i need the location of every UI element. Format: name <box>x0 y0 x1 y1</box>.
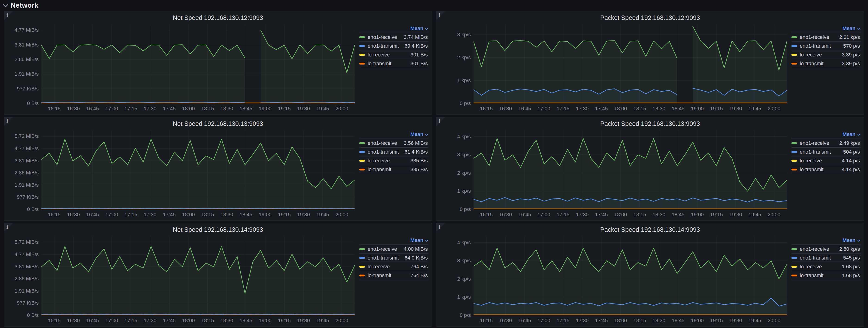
legend-row-eno1-receive: eno1-receive3.56 MiB/s <box>359 138 428 147</box>
series-swatch-orange <box>359 63 365 65</box>
x-tick-label: 18:15 <box>201 318 214 324</box>
panel-info-corner[interactable] <box>436 223 445 232</box>
legend-row-lo-transmit: lo-transmit301 B/s <box>359 59 428 68</box>
panel-title[interactable]: Packet Speed 192.168.130.14:9093 <box>600 226 700 233</box>
info-icon[interactable]: i <box>438 224 440 230</box>
x-tick-label: 17:45 <box>595 211 608 218</box>
series-label[interactable]: eno1-receive <box>800 140 829 146</box>
legend-mean-header[interactable]: Mean <box>359 24 428 33</box>
chart-plot-area[interactable] <box>41 236 355 315</box>
chart-plot-area[interactable] <box>473 24 787 103</box>
chevron-down-icon <box>857 133 860 136</box>
series-label[interactable]: lo-receive <box>800 158 822 164</box>
x-tick-label: 17:15 <box>557 211 569 218</box>
x-tick-label: 18:45 <box>240 211 252 218</box>
series-label[interactable]: eno1-transmit <box>800 255 831 261</box>
info-icon[interactable]: i <box>6 224 8 230</box>
x-tick-label: 19:00 <box>691 106 704 112</box>
series-label[interactable]: lo-receive <box>368 52 390 58</box>
series-label[interactable]: eno1-receive <box>368 140 397 146</box>
x-tick-label: 16:15 <box>480 318 493 324</box>
series-label[interactable]: lo-transmit <box>368 61 392 67</box>
series-label[interactable]: lo-transmit <box>800 167 824 172</box>
legend-mean-header[interactable]: Mean <box>792 24 860 33</box>
series-label[interactable]: eno1-receive <box>800 246 829 252</box>
series-label[interactable]: eno1-receive <box>368 246 397 252</box>
series-label[interactable]: lo-receive <box>368 264 390 270</box>
series-label[interactable]: lo-transmit <box>368 167 392 172</box>
series-mean-value: 3.56 MiB/s <box>404 140 428 146</box>
legend-row-lo-transmit: lo-transmit764 B/s <box>359 271 428 280</box>
series-label[interactable]: lo-transmit <box>800 272 824 278</box>
info-icon[interactable]: i <box>6 12 8 18</box>
series-mean-value: 2.80 kp/s <box>839 246 860 252</box>
series-label[interactable]: eno1-receive <box>368 34 397 40</box>
series-swatch-yellow <box>359 160 365 162</box>
series-label[interactable]: eno1-transmit <box>368 149 399 155</box>
x-tick-label: 19:15 <box>278 318 291 324</box>
series-label[interactable]: lo-receive <box>800 52 822 58</box>
x-tick-label: 18:45 <box>240 318 252 324</box>
panel-title[interactable]: Net Speed 192.168.130.12:9093 <box>173 14 263 22</box>
series-mean-value: 1.68 p/s <box>842 272 860 278</box>
info-icon[interactable]: i <box>438 118 440 124</box>
panel-info-corner[interactable] <box>436 117 445 126</box>
legend-mean-header[interactable]: Mean <box>792 130 860 138</box>
series-label[interactable]: lo-transmit <box>368 272 392 278</box>
panel-info-corner[interactable] <box>436 11 445 20</box>
x-tick-label: 18:15 <box>201 211 214 218</box>
panel-title[interactable]: Net Speed 192.168.130.14:9093 <box>173 226 263 233</box>
legend-row-lo-transmit: lo-transmit4.14 p/s <box>792 165 860 174</box>
x-tick-label: 19:30 <box>729 318 742 324</box>
legend-mean-header[interactable]: Mean <box>359 130 428 138</box>
y-axis: 5.72 MiB/s4.77 MiB/s3.81 MiB/s2.86 MiB/s… <box>7 130 41 219</box>
x-tick-label: 16:15 <box>48 318 61 324</box>
series-label[interactable]: eno1-receive <box>800 34 829 40</box>
legend-mean-header[interactable]: Mean <box>792 236 860 244</box>
series-label[interactable]: eno1-transmit <box>368 43 399 49</box>
x-tick-label: 17:00 <box>537 211 550 218</box>
x-tick-label: 16:30 <box>499 106 512 112</box>
series-label[interactable]: eno1-transmit <box>368 255 399 261</box>
x-tick-label: 17:45 <box>163 211 176 218</box>
x-tick-label: 20:00 <box>768 318 780 324</box>
x-tick-label: 20:00 <box>336 211 348 218</box>
panel-info-corner[interactable] <box>4 11 13 20</box>
panel-title[interactable]: Packet Speed 192.168.130.13:9093 <box>600 120 700 127</box>
x-tick-label: 19:30 <box>729 211 742 218</box>
series-label[interactable]: lo-receive <box>368 158 390 164</box>
x-tick-label: 17:15 <box>557 106 569 112</box>
x-tick-label: 16:45 <box>519 211 531 218</box>
x-tick-label: 17:30 <box>144 318 156 324</box>
panel-info-corner[interactable] <box>4 117 13 126</box>
panel-title[interactable]: Net Speed 192.168.130.13:9093 <box>173 120 263 127</box>
series-label[interactable]: lo-transmit <box>800 61 824 67</box>
y-axis: 5.72 MiB/s4.77 MiB/s3.81 MiB/s2.86 MiB/s… <box>7 236 41 325</box>
series-label[interactable]: lo-receive <box>800 264 822 270</box>
legend-row-lo-transmit: lo-transmit335 B/s <box>359 165 428 174</box>
chart-plot-area[interactable] <box>473 130 787 209</box>
x-tick-label: 17:45 <box>163 318 176 324</box>
series-swatch-green <box>792 36 797 38</box>
panel-info-corner[interactable] <box>4 223 13 232</box>
y-tick-label: 3 kp/s <box>457 152 471 158</box>
y-tick-label: 0 p/s <box>460 100 471 106</box>
series-label[interactable]: eno1-transmit <box>800 43 831 49</box>
y-tick-label: 2.86 MiB/s <box>14 57 39 62</box>
chart-plot-area[interactable] <box>41 130 355 209</box>
chart-canvas <box>473 130 787 209</box>
panel-title[interactable]: Packet Speed 192.168.130.12:9093 <box>600 14 700 22</box>
legend-mean-header[interactable]: Mean <box>359 236 428 244</box>
info-icon[interactable]: i <box>438 12 440 18</box>
legend-row-lo-receive: lo-receive3.39 p/s <box>792 50 860 59</box>
chart-plot-area[interactable] <box>473 236 787 315</box>
chart-plot-area[interactable] <box>41 24 355 103</box>
y-tick-label: 4 kp/s <box>457 134 471 140</box>
row-header-network[interactable]: Network <box>0 0 868 11</box>
legend-row-eno1-transmit: eno1-transmit570 p/s <box>792 41 860 50</box>
x-tick-label: 18:45 <box>672 318 685 324</box>
x-tick-label: 18:30 <box>653 211 665 218</box>
series-label[interactable]: eno1-transmit <box>800 149 831 155</box>
series-swatch-blue <box>792 257 797 259</box>
info-icon[interactable]: i <box>6 118 8 124</box>
